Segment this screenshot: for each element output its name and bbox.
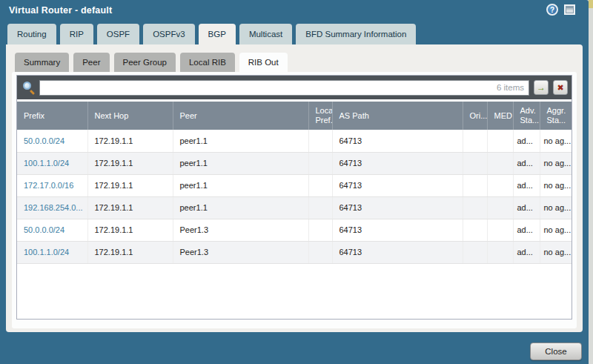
bgp-content-panel: Summary Peer Peer Group Local RIB RIB Ou… [6,44,583,332]
origin-cell [463,219,487,241]
apply-filter-button[interactable]: → [534,80,549,95]
aggr-status-cell: no ag... [540,174,572,196]
adv-status-cell: ad... [513,241,540,263]
table-row-50-0-0-0-24[interactable]: 50.0.0.0/24 172.19.1.1 Peer1.3 64713 ad.… [17,219,572,241]
column-header-adv-sta[interactable]: Adv. Sta... [513,102,540,130]
origin-cell [463,174,487,196]
origin-cell [463,196,487,219]
column-header-next-hop[interactable]: Next Hop [87,102,173,130]
sub-tab-peer[interactable]: Peer [73,53,109,72]
med-cell [487,152,513,174]
peer-cell: peer1.1 [173,152,308,174]
sub-tab-rib-out[interactable]: RIB Out [239,53,288,72]
as-path-cell: 64713 [332,219,463,241]
main-tab-routing[interactable]: Routing [7,24,56,44]
local-pref-cell [308,219,332,241]
table-row-50-0-0-0-24[interactable]: 50.0.0.0/24 172.19.1.1 peer1.1 64713 ad.… [17,130,572,152]
prefix-cell[interactable]: 100.1.1.0/24 [17,241,87,263]
next-hop-cell: 172.19.1.1 [87,219,173,241]
med-cell [487,196,513,219]
aggr-status-cell: no ag... [540,196,572,219]
aggr-status-cell: no ag... [540,130,572,152]
filter-input[interactable] [39,80,529,96]
column-header-ori[interactable]: Ori... [463,102,487,130]
aggr-status-cell: no ag... [540,241,572,263]
table-row-172-17-0-0-16[interactable]: 172.17.0.0/16 172.19.1.1 peer1.1 64713 a… [17,174,572,196]
search-icon-handle [30,90,35,95]
sub-tab-local-rib[interactable]: Local RIB [180,53,235,72]
peer-cell: Peer1.3 [173,219,308,241]
dialog-title: Virtual Router - default [9,5,112,16]
peer-cell: Peer1.3 [173,241,308,263]
local-pref-cell [308,152,332,174]
prefix-cell[interactable]: 172.17.0.0/16 [17,174,87,196]
column-header-med[interactable]: MED [487,102,513,130]
sub-tab-summary[interactable]: Summary [15,53,69,72]
page-background-edge [589,0,593,8]
clear-filter-button[interactable]: ✖ [553,80,568,95]
prefix-cell[interactable]: 100.1.1.0/24 [17,152,87,174]
next-hop-cell: 172.19.1.1 [87,174,173,196]
origin-cell [463,152,487,174]
table-row-100-1-1-0-24[interactable]: 100.1.1.0/24 172.19.1.1 peer1.1 64713 ad… [17,152,572,174]
local-pref-cell [308,196,332,219]
adv-status-cell: ad... [513,130,540,152]
as-path-cell: 64713 [332,130,463,152]
help-icon[interactable]: ? [546,4,558,16]
window-icon[interactable] [564,4,575,15]
window-icon-inner [566,8,573,13]
as-path-cell: 64713 [332,241,463,263]
main-tab-multicast[interactable]: Multicast [239,24,292,44]
origin-cell [463,241,487,263]
column-header-aggr-sta[interactable]: Aggr. Sta... [540,102,572,130]
local-pref-cell [308,174,332,196]
rib-out-panel: 6 items → ✖ Prefix [12,72,577,328]
next-hop-cell: 172.19.1.1 [87,152,173,174]
table-row-192-168-254-0[interactable]: 192.168.254.0... 172.19.1.1 peer1.1 6471… [17,196,572,219]
main-tab-ospfv3[interactable]: OSPFv3 [143,24,194,44]
adv-status-cell: ad... [513,196,540,219]
peer-cell: peer1.1 [173,174,308,196]
dialog-titlebar: Virtual Router - default ? [0,0,589,22]
aggr-status-cell: no ag... [540,219,572,241]
main-tab-rip[interactable]: RIP [60,24,93,44]
prefix-cell[interactable]: 50.0.0.0/24 [17,219,87,241]
filter-bar: 6 items → ✖ [17,76,572,99]
table-row-100-1-1-0-24[interactable]: 100.1.1.0/24 172.19.1.1 Peer1.3 64713 ad… [17,241,572,263]
column-header-prefix[interactable]: Prefix [17,102,87,130]
prefix-cell[interactable]: 192.168.254.0... [17,196,87,219]
sub-tab-peer-group[interactable]: Peer Group [114,53,176,72]
med-cell [487,219,513,241]
column-header-local-pref[interactable]: Local Pref. [308,102,332,130]
prefix-cell[interactable]: 50.0.0.0/24 [17,130,87,152]
as-path-cell: 64713 [332,196,463,219]
column-header-peer[interactable]: Peer [173,102,308,130]
as-path-cell: 64713 [332,174,463,196]
adv-status-cell: ad... [513,152,540,174]
virtual-router-dialog: Virtual Router - default ? Routing RIP O… [0,0,589,364]
sub-tab-bar: Summary Peer Peer Group Local RIB RIB Ou… [15,53,292,72]
main-tab-bfd-summary-information[interactable]: BFD Summary Information [296,24,416,44]
table-header-row: Prefix Next Hop Peer Local Pref. AS Path… [17,102,572,130]
close-button[interactable]: Close [530,343,582,360]
adv-status-cell: ad... [513,219,540,241]
rib-out-table-container: 6 items → ✖ Prefix [16,75,572,320]
med-cell [487,174,513,196]
adv-status-cell: ad... [513,174,540,196]
local-pref-cell [308,130,332,152]
next-hop-cell: 172.19.1.1 [87,196,173,219]
next-hop-cell: 172.19.1.1 [87,130,173,152]
filter-input-wrap: 6 items [39,80,529,96]
main-tab-bgp[interactable]: BGP [199,24,236,44]
rib-out-table: Prefix Next Hop Peer Local Pref. AS Path… [17,102,572,264]
main-tab-ospf[interactable]: OSPF [97,24,139,44]
origin-cell [463,130,487,152]
search-icon[interactable] [23,82,35,93]
column-header-as-path[interactable]: AS Path [332,102,463,130]
local-pref-cell [308,241,332,263]
main-tab-bar: Routing RIP OSPF OSPFv3 BGP Multicast BF… [7,24,420,44]
med-cell [487,241,513,263]
med-cell [487,130,513,152]
search-icon-lens [23,82,31,90]
aggr-status-cell: no ag... [540,152,572,174]
